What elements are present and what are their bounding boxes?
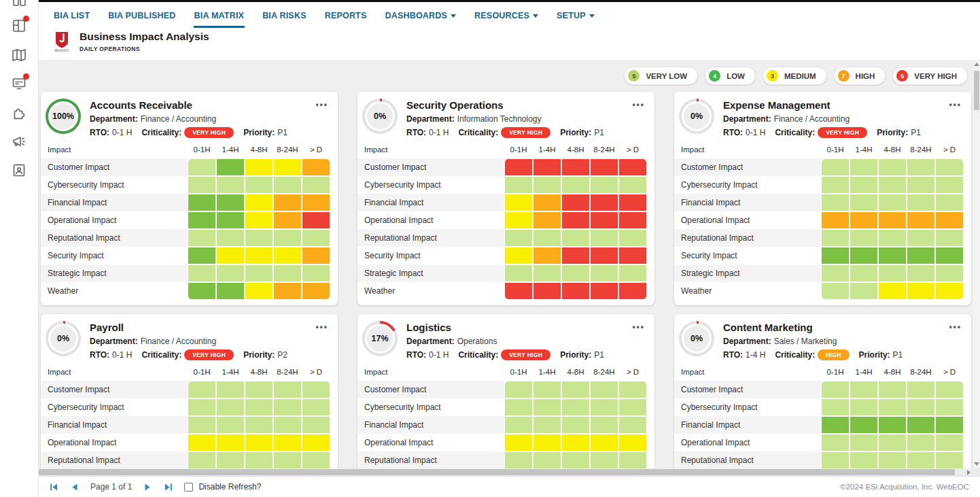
tab-bia-matrix[interactable]: BIA MATRIX: [194, 8, 245, 28]
boards-icon[interactable]: [11, 18, 27, 34]
impact-cell: [821, 416, 850, 434]
clipped-top-icon[interactable]: [11, 0, 27, 8]
legend-very-high[interactable]: 5 VERY HIGH: [892, 67, 968, 85]
scroll-up-arrow-icon[interactable]: [974, 63, 979, 66]
impact-row-label: Financial Impact: [357, 194, 504, 211]
impact-cell: [850, 264, 878, 282]
impact-cell: [878, 229, 907, 247]
impact-row: Operational Impact: [41, 211, 338, 229]
card-title: Security Operations: [406, 99, 604, 111]
impact-cell: [216, 176, 245, 194]
impact-row: Financial Impact: [674, 416, 971, 434]
bia-card: 0% Security Operations Department:Inform…: [357, 92, 654, 305]
vertical-scrollbar-thumb[interactable]: [974, 71, 979, 110]
impact-cell: [188, 282, 216, 300]
impact-cell: [618, 194, 647, 211]
card-menu-button[interactable]: •••: [632, 322, 645, 332]
impact-row: Operational Impact: [357, 434, 654, 451]
page-subtitle: DAILY OPERATIONS: [80, 46, 209, 52]
horizontal-scrollbar[interactable]: [39, 468, 980, 476]
impact-cell: [216, 247, 245, 264]
impact-row: Customer Impact: [357, 381, 654, 398]
tab-bia-published[interactable]: BIA PUBLISHED: [107, 8, 176, 28]
impact-cell: [878, 264, 907, 282]
card-menu-button[interactable]: •••: [949, 322, 962, 332]
card-menu-button[interactable]: •••: [949, 100, 962, 109]
impact-cell: [302, 176, 330, 194]
impact-cell: [907, 264, 935, 282]
rto-line: RTO:0-1 H Criticality:VERY HIGH Priority…: [406, 127, 604, 138]
impact-cell: [821, 176, 850, 194]
impact-row: Security Impact: [674, 247, 971, 264]
previous-page-button[interactable]: [70, 483, 79, 492]
impact-cell: [618, 434, 647, 451]
impact-cell: [561, 451, 590, 468]
completion-ring: 0%: [46, 321, 81, 356]
completion-percent: 0%: [690, 334, 703, 343]
impact-row: Weather: [41, 282, 338, 300]
impact-cell: [618, 282, 647, 300]
card-menu-button[interactable]: •••: [632, 100, 645, 109]
tab-resources[interactable]: RESOURCES: [474, 8, 539, 28]
impact-cell: [618, 229, 647, 247]
legend-very-low[interactable]: 5 VERY LOW: [624, 67, 698, 85]
legend-medium[interactable]: 3 MEDIUM: [763, 67, 827, 85]
impact-cell: [561, 158, 590, 176]
impact-cell: [188, 247, 216, 264]
impact-row-label: Security Impact: [674, 247, 821, 264]
contacts-icon[interactable]: [11, 162, 27, 178]
completion-ring: 0%: [679, 99, 714, 134]
impact-cell: [302, 416, 330, 434]
impact-cell: [273, 434, 302, 451]
plugins-icon[interactable]: [11, 105, 27, 121]
rto-line: RTO:0-1 H Criticality:VERY HIGH Priority…: [90, 349, 287, 360]
scroll-down-arrow-icon[interactable]: [974, 462, 979, 466]
tab-bia-list[interactable]: BIA LIST: [53, 8, 90, 28]
card-menu-button[interactable]: •••: [315, 100, 328, 109]
scroll-right-arrow-icon[interactable]: [967, 470, 970, 475]
completion-percent: 0%: [57, 334, 69, 343]
card-menu-button[interactable]: •••: [315, 322, 328, 332]
horizontal-scrollbar-thumb[interactable]: [39, 469, 955, 475]
impact-cell: [533, 416, 561, 434]
impact-cell: [302, 247, 330, 264]
matrix-header-row: Impact 0-1H 1-4H 4-8H 8-24H > D: [41, 142, 338, 157]
impact-cell: [273, 264, 302, 282]
broadcast-icon[interactable]: [11, 133, 27, 150]
tab-setup[interactable]: SETUP: [556, 8, 595, 28]
impact-cell: [907, 229, 935, 247]
impact-row: Financial Impact: [357, 416, 654, 434]
impact-cell: [590, 194, 618, 211]
impact-cell: [907, 194, 935, 211]
impact-cell: [188, 194, 216, 211]
impact-cell: [504, 282, 533, 300]
first-page-button[interactable]: [50, 483, 58, 492]
caret-down-icon: [451, 14, 456, 18]
legend-high[interactable]: 7 HIGH: [834, 67, 886, 85]
impact-cell: [561, 282, 590, 300]
tab-dashboards[interactable]: DASHBOARDS: [385, 8, 457, 28]
impact-cell: [935, 416, 964, 434]
impact-cell: [618, 211, 647, 229]
legend-low[interactable]: 4 LOW: [705, 67, 756, 85]
tab-reports[interactable]: REPORTS: [324, 8, 368, 28]
impact-cell: [216, 282, 245, 300]
impact-cell: [878, 247, 907, 264]
legend-count-badge: 3: [767, 70, 778, 82]
impact-cell: [273, 416, 302, 434]
map-icon[interactable]: [11, 47, 27, 63]
impact-cell: [590, 211, 618, 229]
tab-bia-risks[interactable]: BIA RISKS: [262, 8, 307, 28]
impact-row: Customer Impact: [357, 158, 654, 176]
next-page-button[interactable]: [143, 483, 152, 492]
impact-cell: [245, 247, 273, 264]
impact-cell: [907, 211, 935, 229]
impact-row: Security Impact: [357, 247, 654, 264]
vertical-scrollbar[interactable]: [973, 60, 980, 468]
last-page-button[interactable]: [164, 483, 173, 492]
department-line: Department:Finance / Accounting: [90, 337, 287, 346]
disable-refresh-checkbox[interactable]: [184, 483, 193, 492]
message-board-icon[interactable]: [11, 75, 27, 92]
impact-cell: [561, 211, 590, 229]
impact-cell: [273, 282, 302, 300]
